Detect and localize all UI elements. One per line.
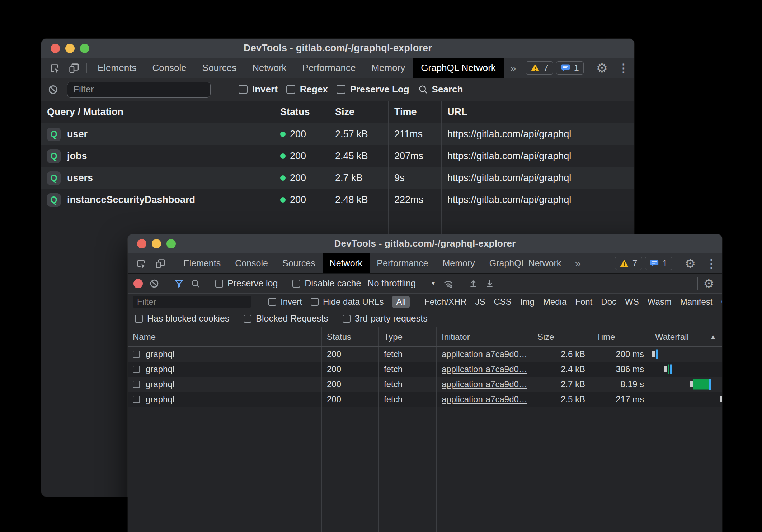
device-toolbar-icon[interactable] xyxy=(64,58,84,78)
tab-graphql-network[interactable]: GraphQL Network xyxy=(482,253,569,273)
filter-input[interactable] xyxy=(133,296,251,308)
column-header-time[interactable]: Time xyxy=(388,101,441,123)
type-filter-all[interactable]: All xyxy=(392,296,410,308)
search-button[interactable]: Search xyxy=(418,84,463,95)
clear-icon[interactable] xyxy=(48,84,58,95)
table-row[interactable]: Quser 200 2.57 kB 211ms https://gitlab.c… xyxy=(41,123,634,145)
checkbox[interactable] xyxy=(337,85,345,94)
type-filter-fetch-xhr[interactable]: Fetch/XHR xyxy=(424,297,466,307)
kebab-menu-icon[interactable]: ⋮ xyxy=(613,58,634,78)
table-row[interactable]: Qusers 200 2.7 kB 9s https://gitlab.com/… xyxy=(41,167,634,189)
search-icon[interactable] xyxy=(190,279,201,289)
has-blocked-cookies-checkbox[interactable]: Has blocked cookies xyxy=(135,313,229,324)
issues-badge[interactable]: 1 xyxy=(645,257,672,270)
zoom-button[interactable] xyxy=(166,239,176,248)
minimize-button[interactable] xyxy=(152,239,161,248)
initiator-link[interactable]: application-a7ca9d0… xyxy=(442,394,527,404)
type-filter-other[interactable]: Other xyxy=(721,297,722,307)
column-header-name[interactable]: Name xyxy=(128,327,321,346)
warnings-badge[interactable]: 7 xyxy=(615,257,642,270)
kebab-menu-icon[interactable]: ⋮ xyxy=(701,253,722,273)
close-button[interactable] xyxy=(137,239,146,248)
type-filter-css[interactable]: CSS xyxy=(494,297,512,307)
row-checkbox[interactable] xyxy=(133,381,140,388)
type-filter-img[interactable]: Img xyxy=(520,297,535,307)
tab-memory[interactable]: Memory xyxy=(363,58,413,78)
device-toolbar-icon[interactable] xyxy=(151,253,170,273)
column-header-time[interactable]: Time xyxy=(591,327,650,346)
checkbox[interactable] xyxy=(311,298,319,306)
checkbox[interactable] xyxy=(343,315,351,323)
initiator-link[interactable]: application-a7ca9d0… xyxy=(442,379,527,389)
row-checkbox[interactable] xyxy=(133,351,140,358)
invert-checkbox[interactable]: Invert xyxy=(239,84,278,95)
third-party-requests-checkbox[interactable]: 3rd-party requests xyxy=(343,313,428,324)
checkbox[interactable] xyxy=(268,298,276,306)
export-har-icon[interactable] xyxy=(485,279,495,289)
filter-input[interactable] xyxy=(67,82,211,98)
issues-badge[interactable]: 1 xyxy=(556,61,584,75)
type-filter-manifest[interactable]: Manifest xyxy=(680,297,713,307)
type-filter-font[interactable]: Font xyxy=(575,297,592,307)
checkbox[interactable] xyxy=(135,315,143,323)
minimize-button[interactable] xyxy=(65,44,75,53)
network-conditions-icon[interactable] xyxy=(443,278,453,289)
disable-cache-checkbox[interactable]: Disable cache xyxy=(292,278,361,289)
tab-sources[interactable]: Sources xyxy=(275,253,323,273)
settings-gear-icon[interactable]: ⚙ xyxy=(591,58,613,78)
throttling-select[interactable]: No throttling ▼ xyxy=(367,278,436,289)
table-row[interactable]: QinstanceSecurityDashboard 200 2.48 kB 2… xyxy=(41,189,634,211)
table-row[interactable]: graphql 200 fetch application-a7ca9d0… 2… xyxy=(128,347,722,362)
title-bar[interactable]: DevTools - gitlab.com/-/graphql-explorer xyxy=(128,234,722,253)
tab-performance[interactable]: Performance xyxy=(295,58,364,78)
type-filter-js[interactable]: JS xyxy=(475,297,485,307)
record-button[interactable] xyxy=(133,279,143,288)
tab-sources[interactable]: Sources xyxy=(194,58,244,78)
checkbox[interactable] xyxy=(286,85,295,94)
checkbox[interactable] xyxy=(244,315,251,323)
preserve-log-checkbox[interactable]: Preserve Log xyxy=(337,84,409,95)
column-header-size[interactable]: Size xyxy=(329,101,388,123)
tab-elements[interactable]: Elements xyxy=(90,58,144,78)
checkbox[interactable] xyxy=(239,85,248,94)
tab-console[interactable]: Console xyxy=(228,253,275,273)
settings-gear-icon[interactable]: ⚙ xyxy=(680,253,701,273)
type-filter-ws[interactable]: WS xyxy=(625,297,639,307)
column-header-waterfall[interactable]: Waterfall ▲ xyxy=(650,327,722,346)
row-checkbox[interactable] xyxy=(133,396,140,403)
tab-memory[interactable]: Memory xyxy=(435,253,482,273)
close-button[interactable] xyxy=(51,44,60,53)
type-filter-media[interactable]: Media xyxy=(543,297,566,307)
checkbox[interactable] xyxy=(215,280,223,288)
regex-checkbox[interactable]: Regex xyxy=(286,84,328,95)
tab-network[interactable]: Network xyxy=(323,253,370,273)
table-row[interactable]: Qjobs 200 2.45 kB 207ms https://gitlab.c… xyxy=(41,145,634,167)
tab-graphql-network[interactable]: GraphQL Network xyxy=(413,58,504,78)
checkbox[interactable] xyxy=(292,280,300,288)
blocked-requests-checkbox[interactable]: Blocked Requests xyxy=(244,313,328,324)
more-tabs-icon[interactable]: » xyxy=(568,253,587,273)
initiator-link[interactable]: application-a7ca9d0… xyxy=(442,349,527,359)
column-header-query[interactable]: Query / Mutation xyxy=(41,101,274,123)
column-header-type[interactable]: Type xyxy=(378,327,436,346)
column-header-url[interactable]: URL xyxy=(441,101,634,123)
column-header-status[interactable]: Status xyxy=(274,101,329,123)
network-settings-gear-icon[interactable]: ⚙ xyxy=(697,277,716,290)
type-filter-wasm[interactable]: Wasm xyxy=(648,297,672,307)
import-har-icon[interactable] xyxy=(468,279,478,289)
title-bar[interactable]: DevTools - gitlab.com/-/graphql-explorer xyxy=(41,39,634,58)
invert-checkbox[interactable]: Invert xyxy=(268,297,302,307)
table-row[interactable]: graphql 200 fetch application-a7ca9d0… 2… xyxy=(128,362,722,377)
column-header-initiator[interactable]: Initiator xyxy=(436,327,532,346)
column-header-status[interactable]: Status xyxy=(321,327,378,346)
row-checkbox[interactable] xyxy=(133,366,140,373)
tab-network[interactable]: Network xyxy=(244,58,294,78)
table-row[interactable]: graphql 200 fetch application-a7ca9d0… 2… xyxy=(128,377,722,392)
table-row[interactable]: graphql 200 fetch application-a7ca9d0… 2… xyxy=(128,392,722,407)
preserve-log-checkbox[interactable]: Preserve log xyxy=(215,278,278,289)
hide-data-urls-checkbox[interactable]: Hide data URLs xyxy=(311,297,384,307)
filter-funnel-icon[interactable] xyxy=(174,279,184,289)
tab-performance[interactable]: Performance xyxy=(370,253,435,273)
initiator-link[interactable]: application-a7ca9d0… xyxy=(442,364,527,374)
column-header-size[interactable]: Size xyxy=(532,327,591,346)
